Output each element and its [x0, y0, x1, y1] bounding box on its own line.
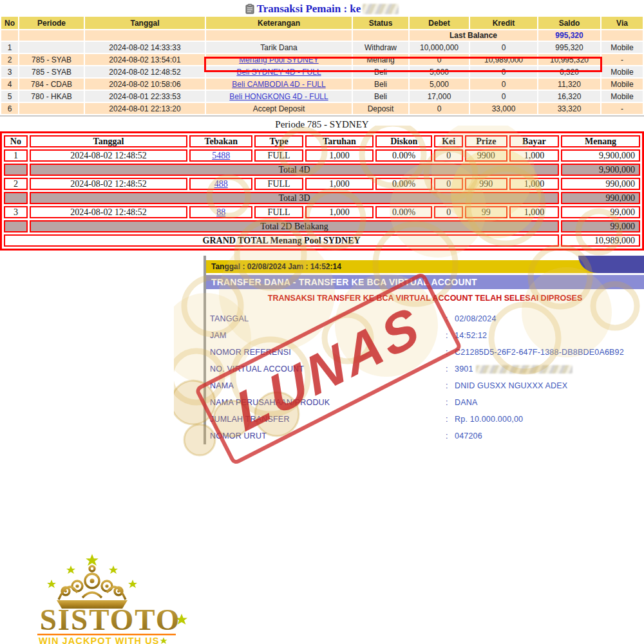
page-title-text: Transaksi Pemain : ke	[257, 3, 361, 15]
receipt-field-row: JUMLAH TRANSFER: Rp. 10.000.000,00	[210, 411, 644, 428]
logo-tagline: WIN JACKPOT WITH US	[39, 636, 160, 644]
bets-header-row: No Tanggal Tebakan Type Taruhan Diskon K…	[4, 135, 640, 147]
table-row: 4 784 - CDAB 2024-08-02 10:58:06 Beli CA…	[1, 79, 643, 90]
page-title: Transaksi Pemain : ke	[0, 0, 644, 15]
keterangan-text: Accept Deposit	[206, 103, 352, 114]
table-row: 3 785 - SYAB 2024-08-02 12:48:52 Beli SY…	[1, 66, 643, 77]
col-debet: Debet	[410, 17, 469, 29]
player-name-redacted	[363, 4, 399, 14]
keterangan-link[interactable]: Beli HONGKONG 4D - FULL	[229, 92, 328, 101]
total-row: Total 2D Belakang 99,000	[4, 220, 640, 232]
transactions-table: No Periode Tanggal Keterangan Status Deb…	[0, 15, 644, 115]
col-status: Status	[353, 17, 408, 29]
receipt-datetime-bar: Tanggal : 02/08/2024 Jam : 14:52:14	[206, 260, 644, 273]
clipboard-icon	[245, 4, 254, 14]
receipt-field-row: NAMA PERUSAHAAN/PRODUK: DANA	[210, 394, 644, 411]
table-row: 2 785 - SYAB 2024-08-02 13:54:01 Menang …	[1, 54, 643, 65]
keterangan-link[interactable]: Menang Pool SYDNEY	[239, 55, 318, 64]
receipt-fields: TANGGAL: 02/08/2024 JAM: 14:52:12 NOMOR …	[206, 310, 644, 444]
last-balance-value: 995,320	[538, 30, 600, 41]
grand-total-value: 10,989,000	[561, 234, 640, 247]
total-label: Total 4D	[30, 164, 559, 176]
table-row: 1 2024-08-02 14:33:33 Tarik Dana Withdra…	[1, 42, 643, 53]
col-keterangan: Keterangan	[206, 17, 352, 29]
total-label: Total 2D Belakang	[30, 220, 559, 232]
total-row: Total 4D 9,900,000	[4, 164, 640, 176]
bet-row: 1 2024-08-02 12:48:52 5488 FULL 1,000 0.…	[4, 149, 640, 162]
tebakan-link[interactable]: 488	[214, 179, 228, 189]
sistoto-logo-graphic: SISTOTO WIN JACKPOT WITH US	[37, 549, 198, 644]
receipt-field-row: NAMA: DNID GUSXX NGUXXX ADEX	[210, 377, 644, 394]
receipt-field-row: TANGGAL: 02/08/2024	[210, 310, 644, 327]
transactions-header-row: No Periode Tanggal Keterangan Status Deb…	[1, 17, 643, 29]
total-row: Total 3D 990,000	[4, 192, 640, 204]
total-label: Total 3D	[30, 192, 559, 204]
grand-total-row: GRAND TOTAL Menang Pool SYDNEY 10,989,00…	[4, 234, 640, 247]
grand-total-label: GRAND TOTAL Menang Pool SYDNEY	[4, 234, 559, 247]
total-value: 99,000	[561, 220, 640, 232]
receipt-field-row: NOMOR REFERENSI: C21285D5-26F2-647F-1388…	[210, 344, 644, 361]
receipt-field-row: NOMOR URUT: 047206	[210, 428, 644, 444]
tebakan-link[interactable]: 5488	[212, 151, 230, 160]
last-balance-row: Last Balance 995,320	[1, 30, 643, 41]
keterangan-text: Tarik Dana	[206, 42, 352, 53]
keterangan-link[interactable]: Beli CAMBODIA 4D - FULL	[232, 80, 325, 89]
col-no: No	[1, 17, 18, 29]
tebakan-link[interactable]: 88	[216, 207, 225, 217]
receipt-corner-tab	[578, 256, 644, 273]
col-periode: Periode	[19, 17, 84, 29]
receipt-field-row: JAM: 14:52:12	[210, 327, 644, 344]
bet-row: 2 2024-08-02 12:48:52 488 FULL 1,000 0.0…	[4, 178, 640, 190]
logo-wordmark: SISTOTO	[40, 603, 181, 636]
receipt-title-bar: TRANSFER DANA - TRANSFER KE BCA VIRTUAL …	[206, 275, 644, 289]
receipt-status-text: TRANSAKSI TRANSFER KE BCA VIRTUAL ACCOUN…	[206, 294, 644, 303]
virtual-account-redacted	[476, 365, 573, 374]
table-row: 5 780 - HKAB 2024-08-01 22:33:53 Beli HO…	[1, 91, 643, 102]
transactions-table-wrap: No Periode Tanggal Keterangan Status Deb…	[0, 15, 644, 117]
col-via: Via	[601, 17, 643, 29]
bet-row: 3 2024-08-02 12:48:52 88 FULL 1,000 0.00…	[4, 206, 640, 218]
table-row: 6 2024-08-01 22:13:20 Accept Deposit Dep…	[1, 103, 643, 114]
total-value: 9,900,000	[561, 164, 640, 176]
total-value: 990,000	[561, 192, 640, 204]
last-balance-label: Last Balance	[410, 30, 537, 41]
col-saldo: Saldo	[538, 17, 600, 29]
col-kredit: Kredit	[470, 17, 537, 29]
transfer-receipt: Tanggal : 02/08/2024 Jam : 14:52:14 TRAN…	[204, 256, 644, 444]
periode-title: Periode 785 - SYDNEY	[0, 119, 644, 131]
receipt-header: Tanggal : 02/08/2024 Jam : 14:52:14	[206, 256, 644, 273]
bets-table: No Tanggal Tebakan Type Taruhan Diskon K…	[2, 133, 642, 249]
receipt-field-row: NO. VIRTUAL ACCOUNT: 3901	[210, 361, 644, 377]
keterangan-link[interactable]: Beli SYDNEY 4D - FULL	[236, 68, 321, 77]
sistoto-logo: SISTOTO WIN JACKPOT WITH US	[37, 549, 198, 644]
bets-table-wrap: No Tanggal Tebakan Type Taruhan Diskon K…	[0, 131, 644, 251]
col-tanggal: Tanggal	[85, 17, 205, 29]
